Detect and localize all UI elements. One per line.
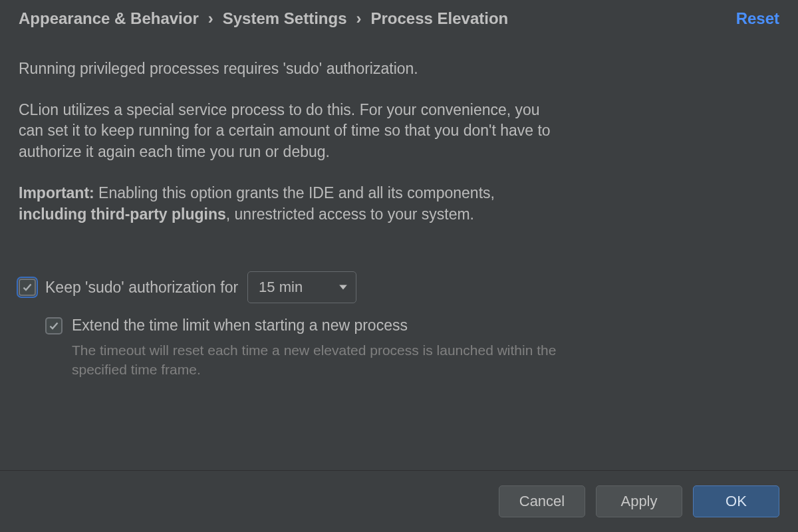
extend-limit-checkbox[interactable] <box>45 317 63 334</box>
breadcrumb: Appearance & Behavior › System Settings … <box>19 9 508 28</box>
check-icon <box>49 321 59 331</box>
reset-link[interactable]: Reset <box>736 9 779 28</box>
description-paragraph-3: Important: Enabling this option grants t… <box>19 183 564 225</box>
chevron-down-icon <box>338 283 348 292</box>
extend-limit-row: Extend the time limit when starting a ne… <box>45 317 779 334</box>
description-paragraph-2: CLion utilizes a special service process… <box>19 100 564 163</box>
cancel-button[interactable]: Cancel <box>499 485 585 517</box>
check-icon <box>22 282 33 293</box>
duration-select-value: 15 min <box>259 279 303 296</box>
breadcrumb-item-process-elevation: Process Elevation <box>371 9 509 28</box>
extend-limit-label: Extend the time limit when starting a ne… <box>72 317 408 334</box>
extend-limit-help: The timeout will reset each time a new e… <box>72 341 564 379</box>
important-label: Important: <box>19 184 94 201</box>
chevron-right-icon: › <box>356 9 362 28</box>
breadcrumb-item-system-settings[interactable]: System Settings <box>223 9 347 28</box>
dialog-footer: Cancel Apply OK <box>0 470 798 532</box>
svg-marker-0 <box>339 285 347 290</box>
description-paragraph-1: Running privileged processes requires 's… <box>19 59 564 80</box>
ok-button[interactable]: OK <box>693 485 779 517</box>
breadcrumb-item-appearance[interactable]: Appearance & Behavior <box>19 9 199 28</box>
keep-sudo-label: Keep 'sudo' authorization for <box>45 279 238 297</box>
duration-select[interactable]: 15 min <box>247 271 356 303</box>
chevron-right-icon: › <box>208 9 213 28</box>
apply-button[interactable]: Apply <box>596 485 682 517</box>
description-block: Running privileged processes requires 's… <box>19 59 564 225</box>
keep-sudo-row: Keep 'sudo' authorization for 15 min <box>19 271 779 303</box>
keep-sudo-checkbox[interactable] <box>19 279 36 296</box>
